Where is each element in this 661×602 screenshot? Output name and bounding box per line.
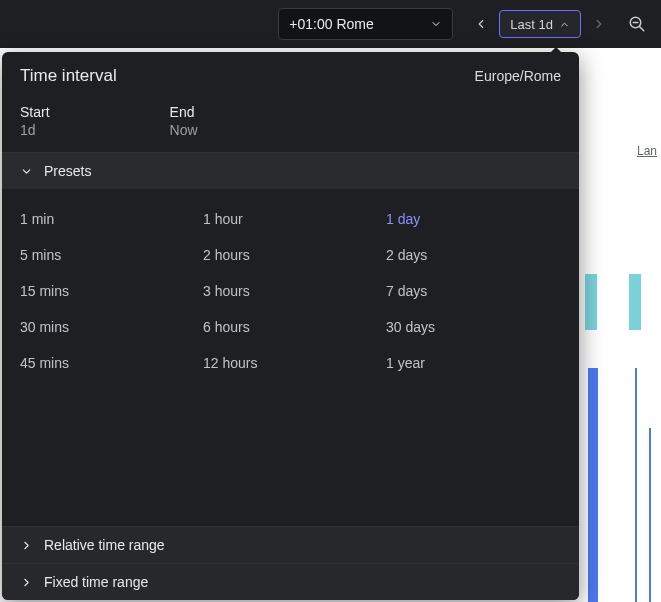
start-block[interactable]: Start 1d: [20, 104, 50, 138]
preset-item[interactable]: 2 days: [386, 237, 561, 273]
prev-range-button[interactable]: [469, 12, 493, 36]
chevron-right-icon: [20, 576, 34, 589]
start-value: 1d: [20, 122, 50, 138]
preset-item[interactable]: 3 hours: [203, 273, 378, 309]
preset-item[interactable]: 2 hours: [203, 237, 378, 273]
presets-section-toggle[interactable]: Presets: [2, 152, 579, 189]
preset-item[interactable]: 5 mins: [20, 237, 195, 273]
next-range-button[interactable]: [587, 12, 611, 36]
lan-link[interactable]: Lan: [637, 144, 657, 158]
fixed-range-toggle[interactable]: Fixed time range: [2, 563, 579, 600]
time-interval-panel: Time interval Europe/Rome Start 1d End N…: [2, 52, 579, 600]
chevron-up-icon: [559, 19, 570, 30]
chevron-down-icon: [20, 165, 34, 178]
fixed-range-label: Fixed time range: [44, 574, 148, 590]
chart-spike: [635, 368, 637, 602]
zoom-out-icon: [628, 15, 646, 33]
start-label: Start: [20, 104, 50, 120]
end-value: Now: [170, 122, 198, 138]
panel-header: Time interval Europe/Rome: [2, 52, 579, 96]
chevron-right-icon: [592, 17, 606, 31]
preset-item[interactable]: 1 min: [20, 201, 195, 237]
preset-item[interactable]: 15 mins: [20, 273, 195, 309]
preset-item[interactable]: 1 hour: [203, 201, 378, 237]
presets-grid: 1 min1 hour1 day5 mins2 hours2 days15 mi…: [2, 189, 579, 526]
panel-start-end-row: Start 1d End Now: [2, 96, 579, 152]
time-range-label: Last 1d: [510, 17, 553, 32]
end-block[interactable]: End Now: [170, 104, 198, 138]
presets-label: Presets: [44, 163, 91, 179]
chart-spike: [588, 368, 598, 602]
end-label: End: [170, 104, 198, 120]
chevron-down-icon: [430, 18, 442, 30]
preset-item[interactable]: 30 mins: [20, 309, 195, 345]
preset-item[interactable]: 7 days: [386, 273, 561, 309]
chart-spike: [649, 428, 651, 602]
preset-item[interactable]: 6 hours: [203, 309, 378, 345]
chevron-left-icon: [474, 17, 488, 31]
panel-title: Time interval: [20, 66, 117, 86]
top-toolbar: +01:00 Rome Last 1d: [0, 0, 661, 48]
preset-item[interactable]: 1 day: [386, 201, 561, 237]
chart-bar: [585, 274, 597, 330]
time-range-button[interactable]: Last 1d: [499, 10, 581, 38]
relative-range-label: Relative time range: [44, 537, 165, 553]
panel-footer: Relative time range Fixed time range: [2, 526, 579, 600]
panel-timezone: Europe/Rome: [475, 68, 561, 84]
preset-item[interactable]: 12 hours: [203, 345, 378, 381]
timezone-select-label: +01:00 Rome: [289, 16, 373, 32]
preset-item[interactable]: 45 mins: [20, 345, 195, 381]
timezone-select[interactable]: +01:00 Rome: [278, 8, 453, 40]
zoom-out-button[interactable]: [623, 10, 651, 38]
preset-item[interactable]: 1 year: [386, 345, 561, 381]
chevron-right-icon: [20, 539, 34, 552]
preset-item[interactable]: 30 days: [386, 309, 561, 345]
svg-line-2: [639, 26, 644, 31]
chart-bar: [629, 274, 641, 330]
relative-range-toggle[interactable]: Relative time range: [2, 526, 579, 563]
